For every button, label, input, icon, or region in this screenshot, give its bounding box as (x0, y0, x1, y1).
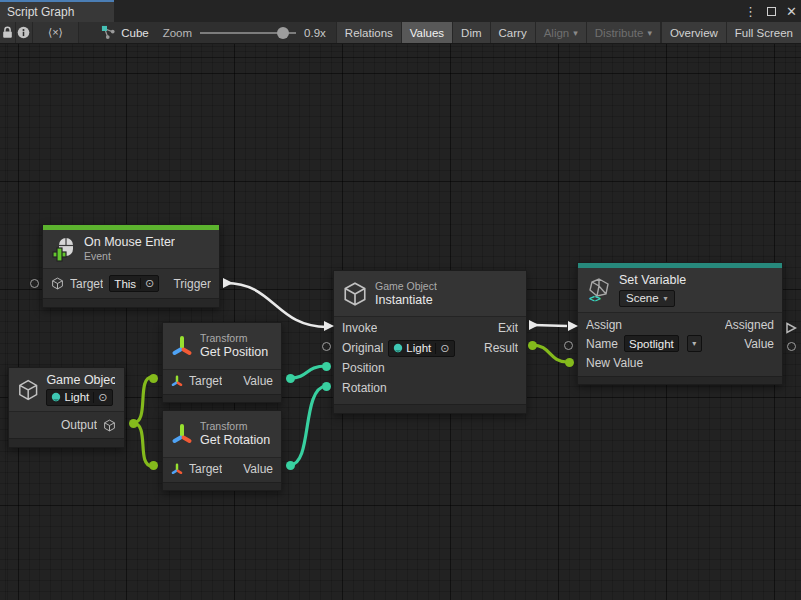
light-value-field[interactable]: Light ⊙ (46, 389, 112, 406)
graph-name: Cube (121, 27, 149, 39)
variable-name-dropdown[interactable]: ▾ (687, 335, 702, 352)
port-label-output: Output (61, 418, 97, 432)
node-title: Set Variable (619, 273, 686, 288)
port-value-out[interactable] (787, 342, 796, 351)
port-label-exit: Exit (498, 321, 518, 335)
inspect-button[interactable] (16, 22, 32, 43)
node-get-rotation[interactable]: Transform Get Rotation Target Value (162, 410, 282, 491)
zoom-slider-handle[interactable] (277, 27, 289, 39)
node-title: Game Object (46, 373, 115, 388)
tab-bar: Script Graph ⋮ ✕ (0, 0, 801, 22)
port-rotation-in[interactable] (322, 382, 331, 391)
chevron-down-icon: ▾ (573, 28, 578, 38)
port-label-assigned: Assigned (725, 318, 774, 332)
chevron-down-icon: ▾ (647, 28, 652, 38)
object-picker-icon[interactable]: ⊙ (435, 343, 449, 354)
connection-light-getposition-target[interactable] (133, 377, 152, 423)
connection-getrotation-value-rotation[interactable] (290, 386, 326, 465)
node-get-position[interactable]: Transform Get Position Target Value (162, 322, 282, 403)
port-value-out[interactable] (286, 461, 295, 470)
port-target-in[interactable] (30, 279, 39, 288)
zoom-label: Zoom (163, 27, 192, 39)
port-target-in[interactable] (149, 374, 158, 383)
chevron-down-icon: ▾ (692, 339, 696, 348)
menu-icon[interactable]: ⋮ (744, 5, 757, 18)
zoom-slider[interactable] (200, 32, 296, 34)
node-instantiate[interactable]: Game Object Instantiate Invoke Exit Orig… (333, 270, 527, 414)
port-assign-in[interactable] (568, 321, 578, 331)
object-picker-icon[interactable]: ⊙ (140, 278, 154, 289)
node-category: Game Object (375, 280, 437, 293)
port-label-value: Value (243, 462, 273, 476)
port-output-out[interactable] (129, 419, 138, 428)
object-picker-icon[interactable]: ⊙ (93, 392, 107, 403)
target-value-field[interactable]: This ⊙ (109, 275, 159, 292)
chevron-down-icon: ▾ (664, 294, 668, 303)
port-result-out[interactable] (528, 341, 537, 350)
port-label-name: Name (586, 337, 618, 351)
node-title: Instantiate (375, 293, 437, 308)
variable-scope-dropdown[interactable]: Scene ▾ (619, 290, 675, 307)
connection-trigger-invoke[interactable] (226, 283, 327, 327)
port-label-position: Position (342, 361, 385, 375)
transform-icon (171, 463, 183, 475)
transform-icon (171, 375, 183, 387)
port-original-in[interactable] (322, 342, 331, 351)
connection-result-newvalue[interactable] (532, 345, 567, 362)
port-label-new-value: New Value (586, 356, 643, 370)
port-label-rotation: Rotation (342, 381, 387, 395)
connection-light-getrotation-target[interactable] (133, 423, 152, 466)
node-game-object-light[interactable]: Game Object Light ⊙ Output (8, 367, 125, 448)
window-controls: ⋮ ✕ (744, 0, 797, 22)
variables-button[interactable]: ⟨×⟩ (33, 22, 80, 43)
game-object-icon (17, 378, 39, 402)
port-label-target: Target (189, 462, 222, 476)
light-icon (51, 392, 61, 402)
port-value-out[interactable] (286, 374, 295, 383)
port-assigned-out[interactable] (785, 320, 797, 338)
values-button[interactable]: Values (401, 22, 452, 43)
mouse-add-event-icon (51, 236, 77, 262)
transform-icon (171, 335, 193, 357)
port-label-value: Value (243, 374, 273, 388)
script-graph-window: Script Graph ⋮ ✕ ⟨×⟩ (0, 0, 801, 600)
distribute-dropdown[interactable]: Distribute▾ (586, 22, 660, 43)
fullscreen-button[interactable]: Full Screen (726, 22, 801, 43)
graph-breadcrumb[interactable]: Cube (93, 22, 157, 43)
node-subtitle: Event (84, 250, 175, 263)
overview-button[interactable]: Overview (660, 22, 726, 43)
node-on-mouse-enter[interactable]: On Mouse Enter Event Target This ⊙ Trigg… (42, 224, 220, 308)
maximize-icon[interactable] (767, 7, 776, 16)
port-label-assign: Assign (586, 318, 622, 332)
port-invoke-in[interactable] (324, 321, 334, 331)
tab-script-graph[interactable]: Script Graph (0, 0, 114, 22)
port-exit-out[interactable] (529, 320, 539, 330)
node-set-variable[interactable]: <> Set Variable Scene ▾ Assign Assigned … (577, 262, 783, 385)
carry-button[interactable]: Carry (490, 22, 535, 43)
original-value-field[interactable]: Light ⊙ (388, 340, 454, 357)
graph-canvas[interactable]: On Mouse Enter Event Target This ⊙ Trigg… (0, 44, 801, 600)
light-icon (393, 343, 403, 353)
align-dropdown[interactable]: Align▾ (535, 22, 586, 43)
port-label-trigger: Trigger (173, 277, 211, 291)
node-title: Get Position (200, 345, 268, 360)
zoom-value: 0.9x (304, 27, 326, 39)
close-icon[interactable]: ✕ (786, 5, 797, 18)
port-label-target: Target (189, 374, 222, 388)
tab-title: Script Graph (7, 5, 74, 19)
port-target-in[interactable] (149, 461, 158, 470)
port-position-in[interactable] (322, 362, 331, 371)
svg-text:<>: <> (589, 293, 601, 303)
relations-button[interactable]: Relations (336, 22, 401, 43)
lock-button[interactable] (0, 22, 16, 43)
port-label-value: Value (744, 337, 774, 351)
port-trigger-out[interactable] (223, 278, 233, 288)
dim-button[interactable]: Dim (452, 22, 489, 43)
port-name-in[interactable] (564, 341, 573, 350)
connection-getposition-value-position[interactable] (290, 366, 326, 378)
port-new-value-in[interactable] (565, 358, 574, 367)
variable-name-field[interactable]: Spotlight (624, 335, 679, 352)
node-category: Transform (200, 420, 270, 433)
game-object-icon (342, 281, 368, 307)
port-label-original: Original (342, 341, 383, 355)
